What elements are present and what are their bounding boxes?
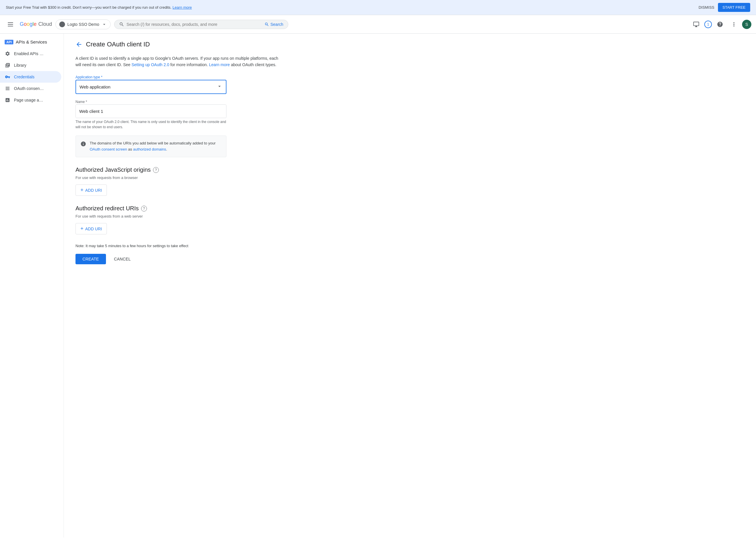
svg-rect-0	[8, 22, 13, 23]
content-area: Create OAuth client ID A client ID is us…	[64, 34, 756, 538]
enabled-apis-icon	[5, 51, 10, 57]
description: A client ID is used to identify a single…	[75, 55, 279, 68]
api-badge: API	[5, 40, 13, 44]
js-origins-subtitle: For use with requests from a browser	[75, 176, 744, 180]
sidebar-item-page-usage[interactable]: Page usage a…	[0, 94, 61, 106]
page-usage-icon	[5, 97, 10, 103]
authorized-domains-link[interactable]: authorized domains	[133, 147, 166, 152]
redirect-uris-title: Authorized redirect URIs ?	[75, 205, 744, 212]
redirect-uris-subtitle: For use with requests from a web server	[75, 214, 744, 219]
avatar[interactable]: S	[742, 20, 751, 29]
note-section: Note: It may take 5 minutes to a few hou…	[75, 244, 744, 264]
banner-text: Start your Free Trial with $300 in credi…	[6, 5, 699, 10]
sidebar-header: API APIs & Services	[0, 36, 64, 48]
dismiss-button[interactable]: DISMISS	[699, 5, 714, 10]
sidebar-item-label-credentials: Credentials	[14, 75, 35, 79]
redirect-uris-section: Authorized redirect URIs ? For use with …	[75, 205, 744, 235]
name-input-wrapper	[75, 104, 226, 118]
info-box: The domains of the URIs you add below wi…	[75, 136, 226, 158]
header: Google Cloud Logto SSO Demo Search 1 S	[0, 15, 756, 34]
sidebar-item-label-library: Library	[14, 63, 26, 68]
help-icon	[717, 21, 723, 28]
learn-more-link[interactable]: Learn more	[172, 5, 192, 10]
application-type-group: Application type * Web application	[75, 75, 226, 94]
back-button[interactable]	[75, 41, 82, 48]
cloud-text: Cloud	[38, 21, 52, 27]
sidebar-item-oauth-consent[interactable]: OAuth consen…	[0, 83, 61, 94]
name-label: Name *	[75, 100, 226, 104]
help-button[interactable]	[714, 19, 726, 30]
sidebar-title: APIs & Services	[16, 39, 47, 44]
oauth-consent-link[interactable]: OAuth consent screen	[90, 147, 127, 152]
notification-badge[interactable]: 1	[704, 21, 712, 28]
svg-rect-1	[8, 24, 13, 25]
main-layout: API APIs & Services Enabled APIs … Libra…	[0, 34, 756, 538]
application-type-select[interactable]: Web application	[76, 80, 226, 93]
header-icons: 1 S	[690, 19, 751, 30]
google-wordmark: Google	[20, 21, 37, 27]
svg-rect-2	[8, 26, 13, 26]
project-dot	[59, 21, 65, 27]
info-icon	[80, 141, 86, 153]
cancel-button[interactable]: CANCEL	[109, 254, 136, 264]
form-actions: CREATE CANCEL	[75, 254, 744, 264]
search-btn-icon	[264, 22, 269, 27]
page-title: Create OAuth client ID	[86, 41, 150, 48]
note-text: Note: It may take 5 minutes to a few hou…	[75, 244, 744, 248]
display-button[interactable]	[690, 19, 702, 30]
add-uri-plus-2: +	[80, 226, 84, 232]
js-origins-section: Authorized JavaScript origins ? For use …	[75, 167, 744, 196]
more-vert-icon	[731, 21, 737, 28]
search-bar: Search	[114, 20, 288, 29]
create-button[interactable]: CREATE	[75, 254, 106, 264]
oauth-setup-link[interactable]: Setting up OAuth 2.0	[132, 62, 169, 67]
sidebar-item-label-enabled-apis: Enabled APIs …	[14, 51, 44, 56]
add-uri-label-2: ADD URI	[85, 227, 102, 231]
menu-button[interactable]	[5, 19, 16, 30]
start-free-button[interactable]: START FREE	[718, 3, 750, 12]
search-button[interactable]: Search	[264, 22, 283, 27]
library-icon	[5, 62, 10, 68]
name-input[interactable]	[76, 105, 226, 118]
learn-more-link[interactable]: Learn more	[209, 62, 230, 67]
add-uri-label-1: ADD URI	[85, 188, 102, 193]
chevron-down-icon	[102, 22, 107, 27]
hamburger-icon	[8, 22, 13, 26]
info-text: The domains of the URIs you add below wi…	[90, 140, 222, 153]
google-cloud-logo[interactable]: Google Cloud	[20, 21, 52, 27]
sidebar: API APIs & Services Enabled APIs … Libra…	[0, 34, 64, 538]
sidebar-item-label-oauth: OAuth consen…	[14, 86, 44, 91]
application-type-select-wrapper: Web application	[75, 80, 226, 94]
name-hint: The name of your OAuth 2.0 client. This …	[75, 119, 226, 130]
credentials-icon	[5, 74, 10, 80]
banner-actions: DISMISS START FREE	[699, 3, 750, 12]
sidebar-item-enabled-apis[interactable]: Enabled APIs …	[0, 48, 61, 60]
sidebar-item-label-page-usage: Page usage a…	[14, 98, 43, 102]
search-input[interactable]	[127, 22, 262, 27]
project-name: Logto SSO Demo	[67, 22, 99, 27]
sidebar-item-credentials[interactable]: Credentials	[0, 71, 61, 83]
redirect-uris-help-icon[interactable]: ?	[141, 206, 147, 212]
name-group: Name * The name of your OAuth 2.0 client…	[75, 100, 226, 130]
oauth-consent-icon	[5, 86, 10, 91]
project-selector[interactable]: Logto SSO Demo	[55, 19, 111, 29]
search-icon	[119, 22, 124, 27]
add-uri-button-1[interactable]: + ADD URI	[75, 185, 107, 196]
monitor-icon	[693, 21, 699, 28]
page-header: Create OAuth client ID	[75, 41, 744, 48]
add-uri-button-2[interactable]: + ADD URI	[75, 223, 107, 235]
trial-banner: Start your Free Trial with $300 in credi…	[0, 0, 756, 15]
add-uri-plus-1: +	[80, 187, 84, 193]
back-arrow-icon	[75, 41, 82, 48]
sidebar-item-library[interactable]: Library	[0, 60, 61, 71]
js-origins-title: Authorized JavaScript origins ?	[75, 167, 744, 173]
js-origins-help-icon[interactable]: ?	[153, 167, 159, 173]
more-options-button[interactable]	[728, 19, 740, 30]
application-type-label: Application type *	[75, 75, 226, 79]
